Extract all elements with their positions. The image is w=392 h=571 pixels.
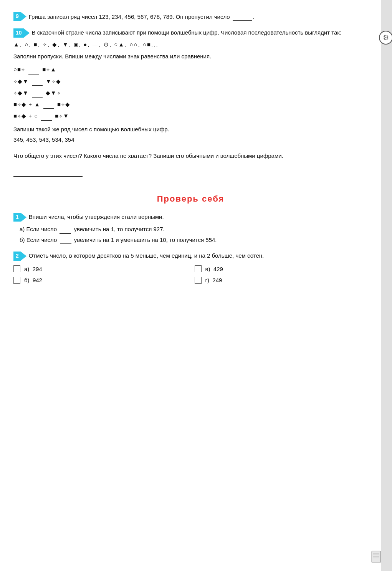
task-10-write-instruction: Запиши такой же ряд чисел с помощью волш… [13, 125, 368, 134]
task-9-header: 9 Гриша записал ряд чисел 123, 234, 456,… [13, 12, 368, 21]
task-2-header: 2 Отметь число, в котором десятков на 5 … [13, 251, 368, 261]
fill-row-1: ○■✧ ■✧▲ [13, 65, 368, 74]
task-10-sequence: ▲, ○, ■, ✧, ◆, ▼, ▣, ●, —, ⊙, ○▲, ○○, ○■… [13, 40, 368, 49]
checkbox-v[interactable] [195, 265, 202, 272]
option-b-label: б) 942 [24, 276, 42, 285]
task-2-text: Отметь число, в котором десятков на 5 ме… [29, 251, 264, 260]
gear-icon: ⚙ [383, 33, 389, 42]
task-10-block: 10 В сказочной стране числа записывают п… [13, 28, 368, 180]
task-2-block: 2 Отметь число, в котором десятков на 5 … [13, 251, 368, 285]
badge-arrow-1 [21, 213, 26, 222]
task-10-common-question: Что общего у этих чисел? Какого числа не… [13, 151, 368, 160]
fill-row-5: ■✧◆ + ○ ■✧▼ [13, 111, 368, 121]
task-1-a: а) Если число увеличить на 1, то получит… [20, 224, 368, 233]
option-a-label: а) 294 [24, 265, 42, 273]
right-tab: ⚙ [381, 0, 392, 571]
fill-row-2: ✧◆▼ ▼✧◆ [13, 76, 368, 86]
task-1-badge: 1 [13, 213, 26, 222]
badge-arrow-9 [21, 12, 26, 21]
proverb-title: Проверь себя [13, 192, 368, 205]
task-1-b: б) Если число увеличить на 1 и уменьшить… [20, 235, 368, 244]
fill-blank-4[interactable] [43, 99, 54, 109]
task-1-header: 1 Впиши числа, чтобы утверждения стали в… [13, 212, 368, 222]
badge-arrow-10 [24, 29, 30, 37]
checkbox-g[interactable] [195, 277, 202, 284]
option-v: в) 429 [195, 265, 368, 273]
checkbox-b[interactable] [13, 277, 20, 284]
page: 9 Гриша записал ряд чисел 123, 234, 456,… [0, 0, 392, 571]
fill-blank-5[interactable] [41, 111, 52, 121]
answer-blank-bottom[interactable] [13, 167, 83, 177]
task-1-text: Впиши числа, чтобы утверждения стали вер… [29, 212, 164, 221]
task-9-block: 9 Гриша записал ряд чисел 123, 234, 456,… [13, 12, 368, 21]
task-1-block: 1 Впиши числа, чтобы утверждения стали в… [13, 212, 368, 244]
option-v-label: в) 429 [205, 265, 223, 273]
task-10-intro: В сказочной стране числа записывают при … [32, 28, 341, 37]
task-10-fill-instruction: Заполни пропуски. Впиши между числами зн… [13, 52, 368, 61]
option-b: б) 942 [13, 276, 187, 285]
option-g-label: г) 249 [205, 276, 222, 285]
fill-blank-1[interactable] [28, 65, 39, 74]
fill-row-3: ✧◆▼ ◆▼✧ [13, 88, 368, 98]
answer-divider-1 [13, 148, 368, 148]
option-a: а) 294 [13, 265, 187, 273]
option-g: г) 249 [195, 276, 368, 285]
task-9-blank[interactable] [233, 12, 252, 21]
task-9-text: Гриша записал ряд чисел 123, 234, 456, 5… [29, 12, 255, 21]
task-10-numbers: 345, 453, 543, 534, 354 [13, 135, 368, 144]
fill-blank-2[interactable] [32, 76, 43, 86]
task-2-badge: 2 [13, 252, 26, 261]
task-2-options: а) 294 в) 429 б) 942 г) 249 [13, 265, 368, 285]
task-10-header: 10 В сказочной стране числа записывают п… [13, 28, 368, 38]
task-9-badge: 9 [13, 12, 26, 21]
task-10-badge: 10 [13, 28, 30, 38]
task-1-a-blank[interactable] [60, 224, 71, 233]
answer-area-bottom [13, 163, 368, 180]
svg-rect-0 [372, 551, 380, 563]
fill-row-4: ■✧◆ + ▲ ■✧◆ [13, 99, 368, 109]
checkbox-a[interactable] [13, 265, 20, 272]
gear-icon-circle[interactable]: ⚙ [379, 31, 392, 45]
proverb-section: Проверь себя 1 Впиши числа, чтобы утверж… [13, 192, 368, 285]
task-1-b-blank[interactable] [60, 235, 71, 244]
main-content: 9 Гриша записал ряд чисел 123, 234, 456,… [0, 0, 381, 571]
task-10-fill-rows: ○■✧ ■✧▲ ✧◆▼ ▼✧◆ ✧◆▼ ◆▼✧ ■✧◆ + ▲ [13, 65, 368, 121]
badge-arrow-2 [21, 252, 26, 260]
fill-blank-3[interactable] [32, 88, 43, 98]
